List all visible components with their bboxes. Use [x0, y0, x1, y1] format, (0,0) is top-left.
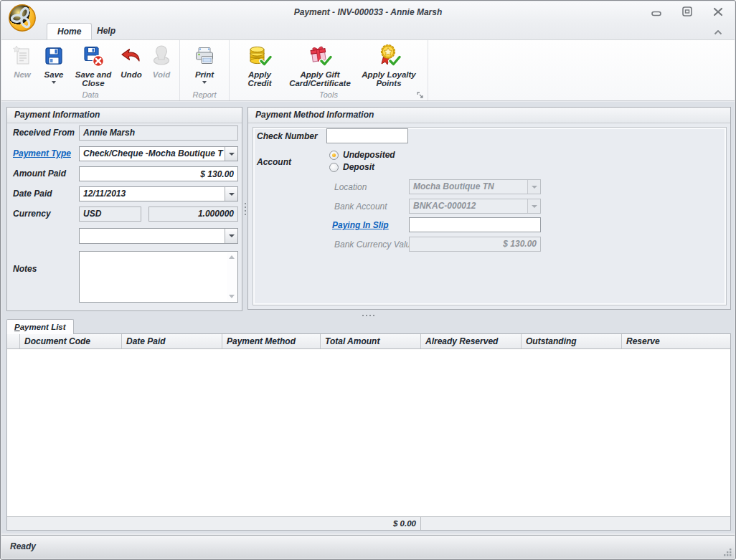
notes-label: Notes [13, 264, 37, 274]
account-radio-undeposited[interactable]: Undeposited [329, 150, 395, 160]
bank-account-value: BNKAC-000012 [410, 199, 527, 213]
app-menu-button[interactable] [8, 4, 37, 32]
payment-type-select[interactable]: Check/Cheque -Mocha Boutique T [79, 146, 238, 161]
paying-in-slip-link[interactable]: Paying In Slip [332, 220, 389, 230]
currency-extra-dropdown-button[interactable] [225, 229, 237, 243]
amount-paid-input[interactable] [79, 166, 238, 181]
column-header-already-reserved[interactable]: Already Reserved [421, 334, 522, 348]
location-label: Location [334, 182, 367, 192]
apply-credit-button[interactable]: Apply Credit [237, 42, 283, 87]
radio-unselected-icon [329, 163, 339, 172]
payment-list-grid: Document Code Date Paid Payment Method T… [6, 333, 731, 531]
notes-scrollbar[interactable] [227, 252, 237, 301]
date-paid-select[interactable]: 12/11/2013 [79, 186, 238, 201]
payment-window: Payment - INV-000033 - Annie Marsh [0, 0, 736, 560]
column-header-reserve[interactable]: Reserve [622, 334, 730, 348]
location-select[interactable]: Mocha Boutique TN [409, 179, 541, 194]
tab-home[interactable]: Home [47, 23, 92, 39]
column-header-date-paid[interactable]: Date Paid [122, 334, 222, 348]
payment-type-value: Check/Cheque -Mocha Boutique T [80, 147, 225, 161]
collapse-ribbon-button[interactable] [713, 26, 725, 36]
row-indicator-header [7, 334, 20, 348]
check-number-input[interactable] [326, 128, 408, 143]
print-icon [192, 44, 217, 68]
payment-method-header: Payment Method Information [248, 108, 730, 123]
close-button[interactable] [710, 6, 726, 18]
client-area: Payment Information Received From Annie … [1, 102, 735, 533]
ribbon-group-report: Print Report [180, 40, 230, 100]
new-button-label: New [14, 70, 31, 79]
column-header-document-code[interactable]: Document Code [20, 334, 122, 348]
bank-currency-value-label: Bank Currency Value [334, 239, 415, 250]
minimize-button[interactable] [648, 6, 664, 18]
save-icon [42, 44, 66, 68]
window-title: Payment - INV-000033 - Annie Marsh [1, 7, 735, 17]
grid-body-empty[interactable] [7, 349, 730, 516]
currency-rate-field[interactable]: 1.000000 [148, 207, 238, 222]
location-dropdown-button [527, 180, 540, 194]
restore-button[interactable] [679, 6, 695, 18]
location-value: Mocha Boutique TN [410, 180, 527, 194]
column-header-payment-method[interactable]: Payment Method [222, 334, 321, 348]
undo-icon [119, 44, 143, 68]
tab-help[interactable]: Help [87, 23, 126, 39]
tab-payment-list-label: ayment List [20, 323, 66, 331]
save-and-close-button-label: Save and Close [70, 70, 116, 87]
tab-accelerator: P [14, 323, 20, 331]
ribbon-group-data-label: Data [1, 90, 179, 99]
total-amount-footer: $ 0.00 [321, 517, 421, 530]
payment-type-link[interactable]: Payment Type [13, 148, 71, 158]
print-button[interactable]: Print [187, 42, 222, 84]
scroll-up-icon[interactable] [229, 255, 235, 259]
apply-gift-card-button[interactable]: Apply Gift Card/Certificate [283, 42, 357, 87]
paying-in-slip-input[interactable] [409, 217, 541, 232]
scroll-down-icon[interactable] [229, 295, 235, 298]
apply-loyalty-points-button[interactable]: Apply Loyalty Points [357, 42, 420, 87]
received-from-field[interactable]: Annie Marsh [79, 125, 238, 141]
caret-down-icon [532, 186, 537, 189]
column-header-outstanding[interactable]: Outstanding [522, 334, 622, 348]
ribbon-group-data: New Save [1, 40, 180, 100]
payment-type-dropdown-button[interactable] [225, 147, 237, 161]
grid-header-row: Document Code Date Paid Payment Method T… [7, 334, 730, 349]
resize-grip[interactable] [723, 547, 732, 556]
undo-button[interactable]: Undo [116, 42, 146, 79]
ribbon: New Save [1, 39, 735, 101]
payment-method-group-box [253, 127, 727, 305]
date-paid-value: 12/11/2013 [80, 187, 225, 201]
save-button[interactable]: Save [37, 42, 70, 84]
column-header-total-amount[interactable]: Total Amount [321, 334, 421, 348]
caret-down-icon [532, 205, 537, 208]
notes-textarea[interactable] [79, 251, 238, 303]
save-and-close-icon [81, 44, 105, 68]
tools-dialog-launcher-button[interactable] [417, 90, 425, 98]
bank-account-select[interactable]: BNKAC-000012 [409, 199, 541, 214]
currency-code-field[interactable]: USD [79, 207, 141, 222]
currency-extra-value [80, 229, 225, 243]
loyalty-badge-icon [377, 44, 401, 68]
tab-payment-list[interactable]: Payment List [6, 319, 74, 334]
ribbon-group-tools-label: Tools [230, 90, 428, 99]
minimize-icon [651, 6, 662, 19]
date-paid-dropdown-button[interactable] [225, 187, 237, 201]
apply-loyalty-points-button-label: Apply Loyalty Points [357, 70, 420, 87]
app-logo-icon [8, 22, 37, 34]
currency-extra-select[interactable] [79, 228, 238, 244]
account-radio-deposit[interactable]: Deposit [329, 162, 374, 172]
deposit-radio-label: Deposit [343, 162, 374, 172]
horizontal-splitter[interactable] [1, 311, 735, 320]
close-icon [713, 6, 723, 19]
new-button[interactable]: New [7, 42, 37, 79]
caret-down-icon [229, 193, 235, 196]
bank-currency-value-field: $ 130.00 [409, 237, 541, 252]
ribbon-group-tools: Apply Credit Apply Gift C [230, 40, 428, 100]
void-button[interactable]: Void [146, 42, 176, 79]
radio-selected-icon [329, 151, 339, 160]
save-and-close-button[interactable]: Save and Close [70, 42, 116, 87]
payment-information-header: Payment Information [7, 108, 242, 123]
status-bar: Ready [1, 535, 735, 559]
received-from-label: Received From [13, 128, 75, 138]
apply-credit-button-label: Apply Credit [237, 70, 283, 87]
restore-icon [682, 6, 692, 19]
chevron-up-icon [713, 26, 723, 38]
